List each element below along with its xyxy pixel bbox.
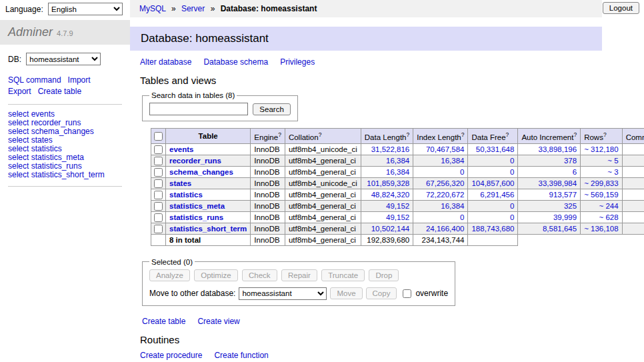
cell-auto-increment: 913,577 bbox=[518, 189, 581, 200]
column-header-comment: Comment? bbox=[622, 129, 644, 144]
routine-link[interactable]: Create procedure bbox=[140, 351, 202, 360]
create-link[interactable]: Create view bbox=[197, 317, 239, 326]
cell-index-length: 16,384 bbox=[413, 155, 468, 166]
optimize-button[interactable]: Optimize bbox=[194, 269, 237, 281]
row-check-cell bbox=[151, 177, 166, 189]
table-row: statisticsInnoDButf8mb4_general_ci48,824… bbox=[151, 189, 644, 200]
row-checkbox[interactable] bbox=[154, 145, 163, 154]
check-button[interactable]: Check bbox=[242, 269, 277, 281]
selected-buttons: Analyze Optimize Check Repair Truncate D… bbox=[149, 269, 448, 281]
overwrite-label: overwrite bbox=[415, 289, 448, 298]
breadcrumb-separator: » bbox=[211, 4, 215, 13]
sidebar-table-link[interactable]: select statistics_short_term bbox=[8, 171, 122, 179]
column-header-rows: Rows? bbox=[581, 129, 622, 144]
breadcrumb-current: Database: homeassistant bbox=[221, 4, 317, 13]
truncate-button[interactable]: Truncate bbox=[321, 269, 365, 281]
table-row: statistics_short_termInnoDButf8mb4_gener… bbox=[151, 223, 644, 234]
cell-table-name: states bbox=[166, 177, 251, 189]
database-action-link[interactable]: Privileges bbox=[280, 57, 315, 67]
cell-rows: ~ 312,180 bbox=[581, 143, 622, 155]
sidebar-menu-links: SQL commandImport ExportCreate table bbox=[8, 75, 122, 105]
cell-index-length: 0 bbox=[413, 211, 468, 223]
table-link[interactable]: statistics bbox=[169, 191, 203, 199]
routine-links: Create procedureCreate function bbox=[140, 351, 602, 360]
cell-rows: ~ 136,108 bbox=[581, 223, 622, 234]
search-input[interactable] bbox=[149, 103, 248, 115]
row-checkbox[interactable] bbox=[154, 202, 163, 211]
table-link[interactable]: states bbox=[169, 179, 191, 187]
cell-data-free: 0 bbox=[468, 166, 518, 177]
analyze-button[interactable]: Analyze bbox=[149, 269, 190, 281]
cell-comment bbox=[622, 189, 644, 200]
move-label: Move to other database: bbox=[149, 289, 235, 298]
drop-button[interactable]: Drop bbox=[369, 269, 399, 281]
cell-comment bbox=[622, 143, 644, 155]
row-checkbox[interactable] bbox=[154, 168, 163, 177]
database-action-link[interactable]: Database schema bbox=[203, 57, 268, 67]
cell-data-free: 104,857,600 bbox=[468, 177, 518, 189]
cell-engine: InnoDB bbox=[251, 155, 285, 166]
table-row: statistics_metaInnoDButf8mb4_general_ci4… bbox=[151, 200, 644, 211]
selected-legend: Selected (0) bbox=[149, 258, 195, 266]
row-checkbox[interactable] bbox=[154, 213, 163, 222]
sidebar-link-sql-command[interactable]: SQL command bbox=[8, 75, 61, 85]
column-header-table: Table bbox=[166, 129, 251, 144]
sidebar-link-export[interactable]: Export bbox=[8, 87, 31, 96]
tables-heading: Tables and views bbox=[140, 75, 602, 86]
row-checkbox[interactable] bbox=[154, 179, 163, 188]
search-button[interactable]: Search bbox=[253, 103, 290, 115]
row-check-cell bbox=[151, 166, 166, 177]
move-database-select[interactable]: homeassistant bbox=[239, 287, 327, 300]
create-link[interactable]: Create table bbox=[142, 317, 185, 326]
breadcrumb-link-server[interactable]: Server bbox=[181, 4, 205, 13]
copy-button[interactable]: Copy bbox=[366, 287, 397, 299]
routine-link[interactable]: Create function bbox=[214, 351, 268, 360]
cell-data-length: 31,522,816 bbox=[361, 143, 413, 155]
table-link[interactable]: schema_changes bbox=[169, 168, 233, 176]
cell-index-length: 67,256,320 bbox=[413, 177, 468, 189]
breadcrumb-link-mysql[interactable]: MySQL bbox=[139, 4, 166, 13]
footer-check-cell bbox=[151, 234, 166, 245]
repair-button[interactable]: Repair bbox=[281, 269, 317, 281]
cell-comment bbox=[622, 177, 644, 189]
footer-data-free bbox=[468, 234, 518, 245]
sidebar-table-links: select eventsselect recorder_runsselect … bbox=[8, 105, 122, 187]
cell-table-name: schema_changes bbox=[166, 166, 251, 177]
table-link[interactable]: statistics_short_term bbox=[169, 225, 247, 233]
select-all-checkbox[interactable] bbox=[154, 132, 163, 141]
page-title: Database: homeassistant bbox=[130, 27, 602, 51]
db-select[interactable]: homeassistant bbox=[26, 53, 101, 65]
footer-index-length: 234,143,744 bbox=[413, 234, 468, 245]
tables-overview-table: TableEngine?Collation?Data Length?Index … bbox=[151, 128, 644, 246]
move-button[interactable]: Move bbox=[330, 287, 362, 299]
cell-comment bbox=[622, 166, 644, 177]
table-link[interactable]: recorder_runs bbox=[169, 157, 221, 165]
cell-data-length: 101,859,328 bbox=[361, 177, 413, 189]
language-select[interactable]: English bbox=[48, 3, 123, 15]
sidebar-link-import[interactable]: Import bbox=[68, 75, 91, 85]
cell-rows: ~ 244 bbox=[581, 200, 622, 211]
cell-engine: InnoDB bbox=[251, 189, 285, 200]
cell-data-length: 48,824,320 bbox=[361, 189, 413, 200]
table-row: statesInnoDButf8mb4_unicode_ci101,859,32… bbox=[151, 177, 644, 189]
table-link[interactable]: statistics_runs bbox=[169, 213, 223, 221]
sidebar-link-create-table[interactable]: Create table bbox=[38, 87, 81, 96]
cell-rows: ~ 299,833 bbox=[581, 177, 622, 189]
overwrite-checkbox[interactable] bbox=[403, 289, 411, 298]
footer-engine: InnoDB bbox=[251, 234, 285, 245]
table-link[interactable]: events bbox=[169, 145, 193, 153]
row-checkbox[interactable] bbox=[154, 157, 163, 165]
sidebar: Adminer4.7.9 DB: homeassistant SQL comma… bbox=[0, 17, 130, 187]
row-checkbox[interactable] bbox=[154, 225, 163, 233]
database-action-link[interactable]: Alter database bbox=[140, 57, 191, 67]
cell-collation: utf8mb4_unicode_ci bbox=[285, 143, 361, 155]
language-label: Language: bbox=[5, 5, 43, 14]
row-checkbox[interactable] bbox=[154, 191, 163, 199]
logout-button[interactable]: Logout bbox=[603, 2, 639, 14]
cell-collation: utf8mb4_general_ci bbox=[285, 189, 361, 200]
search-fieldset: Search data in tables (8) Search bbox=[142, 91, 298, 121]
cell-data-length: 49,152 bbox=[361, 200, 413, 211]
table-link[interactable]: statistics_meta bbox=[169, 202, 225, 210]
cell-auto-increment: 6 bbox=[518, 166, 581, 177]
cell-engine: InnoDB bbox=[251, 200, 285, 211]
